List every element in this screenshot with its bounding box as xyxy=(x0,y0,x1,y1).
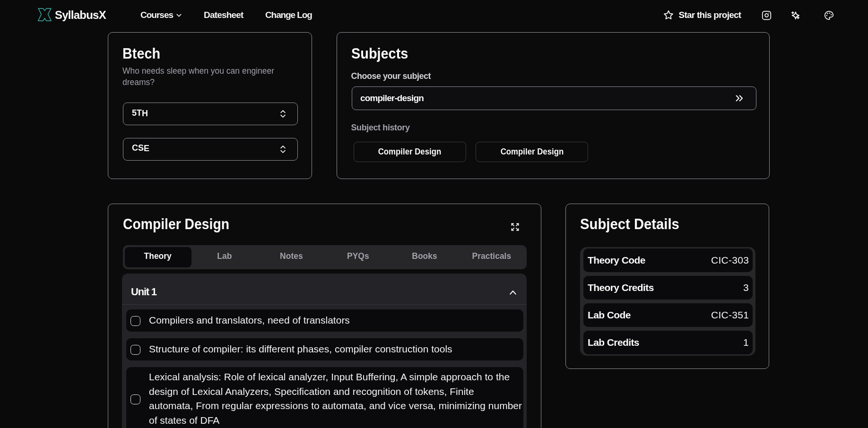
star-project-button[interactable]: Star this project xyxy=(663,0,741,30)
course-card-description: Who needs sleep when you can engineer dr… xyxy=(122,66,294,88)
instagram-icon xyxy=(762,10,772,20)
chevrons-right-icon xyxy=(736,95,743,102)
history-item-button[interactable]: Compiler Design xyxy=(476,142,588,162)
tab-practicals[interactable]: Practicals xyxy=(458,247,525,267)
detail-row: Theory Code CIC-303 xyxy=(583,248,753,272)
nav-item-label: Courses xyxy=(140,10,173,20)
nav-item-datesheet[interactable]: Datesheet xyxy=(204,0,243,30)
subject-search-input[interactable]: compiler-design xyxy=(352,86,756,110)
syllabusx-logo-icon xyxy=(38,8,52,21)
tab-notes[interactable]: Notes xyxy=(258,247,325,267)
tab-label: Practicals xyxy=(472,251,511,261)
nav-item-changelog[interactable]: Change Log xyxy=(265,0,312,30)
header: SyllabusX Courses Datesheet Change Log S… xyxy=(0,0,868,30)
tab-label: Theory xyxy=(144,251,172,261)
star-project-label: Star this project xyxy=(679,10,741,20)
tab-label: Lab xyxy=(217,251,232,261)
subject-history-label: Subject history xyxy=(351,123,410,133)
subject-search-value: compiler-design xyxy=(360,93,424,103)
branch-select[interactable]: CSE xyxy=(123,138,298,161)
tab-theory[interactable]: Theory xyxy=(125,247,191,267)
expand-button[interactable] xyxy=(511,223,520,231)
subject-details-list: Theory Code CIC-303 Theory Credits 3 Lab… xyxy=(580,247,755,356)
semester-select-value: 5TH xyxy=(132,108,148,118)
topic-label: Compilers and translators, need of trans… xyxy=(149,313,350,328)
unit-accordion: Unit 1 Compilers and translators, need o… xyxy=(122,274,527,428)
topic-label: Structure of compiler: its different pha… xyxy=(149,342,452,357)
nav-item-label: Datesheet xyxy=(204,10,243,20)
subject-syllabus-card: Compiler Design Theory Lab Notes PYQs Bo… xyxy=(108,204,541,428)
detail-row: Lab Credits 1 xyxy=(583,331,753,354)
chevron-up-icon xyxy=(510,290,516,295)
course-card-title: Btech xyxy=(122,44,160,62)
detail-row: Lab Code CIC-351 xyxy=(583,303,753,327)
subjects-card-title: Subjects xyxy=(351,44,408,62)
palette-button[interactable] xyxy=(824,10,834,20)
unit-title: Unit 1 xyxy=(131,286,156,298)
brand[interactable]: SyllabusX xyxy=(35,0,111,30)
unit-accordion-trigger[interactable]: Unit 1 xyxy=(122,274,527,305)
syllabus-tabs: Theory Lab Notes PYQs Books Practicals xyxy=(123,245,527,269)
instagram-button[interactable] xyxy=(762,10,772,20)
detail-value: CIC-351 xyxy=(711,309,749,321)
detail-value: 3 xyxy=(743,282,749,293)
detail-value: 1 xyxy=(743,337,749,348)
detail-value: CIC-303 xyxy=(711,255,749,266)
tab-label: Notes xyxy=(280,251,303,261)
detail-label: Lab Code xyxy=(588,309,631,321)
topic-checkbox[interactable] xyxy=(130,316,140,326)
history-item-label: Compiler Design xyxy=(378,146,442,157)
star-icon xyxy=(663,10,674,20)
expand-icon xyxy=(511,223,520,231)
semester-select[interactable]: 5TH xyxy=(123,103,298,125)
topic-row[interactable]: Structure of compiler: its different pha… xyxy=(126,338,523,360)
course-card: Btech Who needs sleep when you can engin… xyxy=(108,32,312,179)
tab-lab[interactable]: Lab xyxy=(191,247,258,267)
topic-row[interactable]: Compilers and translators, need of trans… xyxy=(126,309,523,332)
chevrons-up-down-icon xyxy=(278,144,288,154)
subject-title: Compiler Design xyxy=(123,215,229,233)
topic-checkbox[interactable] xyxy=(130,345,140,355)
detail-row: Theory Credits 3 xyxy=(583,276,753,300)
chevron-down-icon xyxy=(175,11,183,19)
history-item-label: Compiler Design xyxy=(501,146,564,157)
nav-item-label: Change Log xyxy=(265,10,312,20)
tab-pyqs[interactable]: PYQs xyxy=(325,247,391,267)
brand-name: SyllabusX xyxy=(55,9,106,22)
subject-details-card: Subject Details Theory Code CIC-303 Theo… xyxy=(565,204,769,369)
sparkles-button[interactable] xyxy=(790,10,801,21)
subjects-card: Subjects Choose your subject compiler-de… xyxy=(337,32,770,179)
chevrons-up-down-icon xyxy=(278,109,288,119)
tab-label: Books xyxy=(412,251,437,261)
sparkles-icon xyxy=(790,10,801,21)
subject-history: Compiler Design Compiler Design xyxy=(354,142,589,162)
topic-label: Lexical analysis: Role of lexical analyz… xyxy=(149,370,522,428)
tab-label: PYQs xyxy=(347,251,369,261)
nav-item-courses[interactable]: Courses xyxy=(140,0,173,30)
choose-subject-label: Choose your subject xyxy=(351,71,431,81)
detail-label: Theory Credits xyxy=(588,282,654,293)
branch-select-value: CSE xyxy=(132,144,149,154)
topic-list: Compilers and translators, need of trans… xyxy=(122,305,527,428)
history-item-button[interactable]: Compiler Design xyxy=(354,142,466,162)
detail-label: Theory Code xyxy=(588,255,645,266)
palette-icon xyxy=(824,10,834,20)
tab-books[interactable]: Books xyxy=(391,247,458,267)
detail-label: Lab Credits xyxy=(588,337,639,348)
topic-checkbox[interactable] xyxy=(130,394,140,404)
topic-row[interactable]: Lexical analysis: Role of lexical analyz… xyxy=(126,367,523,428)
subject-details-title: Subject Details xyxy=(580,215,679,233)
